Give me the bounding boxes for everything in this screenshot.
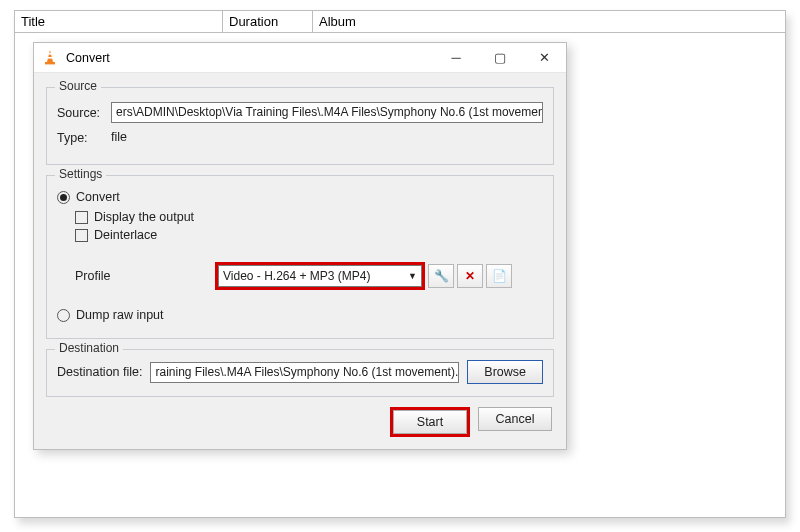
start-highlight: Start	[390, 407, 470, 437]
source-group: Source Source: ers\ADMIN\Desktop\Via Tra…	[46, 87, 554, 165]
chevron-down-icon: ▼	[408, 271, 417, 281]
svg-rect-2	[48, 57, 53, 59]
delete-icon: ✕	[465, 269, 475, 283]
svg-rect-1	[48, 53, 51, 55]
source-group-label: Source	[55, 79, 101, 93]
radio-dot-icon	[57, 309, 70, 322]
source-label: Source:	[57, 106, 111, 120]
column-duration[interactable]: Duration	[223, 11, 313, 32]
column-album[interactable]: Album	[313, 11, 785, 32]
browse-button[interactable]: Browse	[467, 360, 543, 384]
close-button[interactable]: ✕	[522, 43, 566, 73]
svg-rect-3	[45, 62, 55, 64]
profile-highlight: Video - H.264 + MP3 (MP4) ▼	[215, 262, 425, 290]
checkbox-icon	[75, 211, 88, 224]
radio-convert-label: Convert	[76, 190, 120, 204]
profile-value: Video - H.264 + MP3 (MP4)	[223, 269, 371, 283]
convert-dialog: Convert ─ ▢ ✕ Source Source: ers\ADMIN\D…	[33, 42, 567, 450]
radio-convert[interactable]: Convert	[57, 190, 120, 204]
type-value: file	[111, 127, 127, 148]
radio-dot-icon	[57, 191, 70, 204]
new-profile-button[interactable]: 📄	[486, 264, 512, 288]
source-input[interactable]: ers\ADMIN\Desktop\Via Training Files\.M4…	[111, 102, 543, 123]
maximize-button[interactable]: ▢	[478, 43, 522, 73]
cancel-button[interactable]: Cancel	[478, 407, 552, 431]
settings-group-label: Settings	[55, 167, 106, 181]
profile-label: Profile	[75, 269, 215, 283]
svg-marker-0	[47, 50, 53, 62]
checkbox-deinterlace-label: Deinterlace	[94, 228, 157, 242]
destination-label: Destination file:	[57, 365, 142, 379]
new-file-icon: 📄	[492, 269, 507, 283]
titlebar: Convert ─ ▢ ✕	[34, 43, 566, 73]
column-title[interactable]: Title	[15, 11, 223, 32]
checkbox-display-output[interactable]: Display the output	[75, 210, 194, 224]
destination-group-label: Destination	[55, 341, 123, 355]
playlist-header: Title Duration Album	[15, 11, 785, 33]
checkbox-icon	[75, 229, 88, 242]
radio-dump-raw[interactable]: Dump raw input	[57, 308, 164, 322]
wrench-icon: 🔧	[434, 269, 449, 283]
radio-dump-label: Dump raw input	[76, 308, 164, 322]
start-button[interactable]: Start	[393, 410, 467, 434]
vlc-cone-icon	[42, 50, 58, 66]
checkbox-display-label: Display the output	[94, 210, 194, 224]
checkbox-deinterlace[interactable]: Deinterlace	[75, 228, 157, 242]
minimize-button[interactable]: ─	[434, 43, 478, 73]
profile-select[interactable]: Video - H.264 + MP3 (MP4) ▼	[218, 265, 422, 287]
start-label: Start	[417, 415, 443, 429]
delete-profile-button[interactable]: ✕	[457, 264, 483, 288]
settings-group: Settings Convert Display the output	[46, 175, 554, 339]
dialog-title: Convert	[66, 51, 434, 65]
edit-profile-button[interactable]: 🔧	[428, 264, 454, 288]
dialog-buttons: Start Cancel	[46, 407, 554, 437]
type-label: Type:	[57, 131, 111, 145]
destination-group: Destination Destination file: raining Fi…	[46, 349, 554, 397]
destination-input[interactable]: raining Files\.M4A Files\Symphony No.6 (…	[150, 362, 459, 383]
